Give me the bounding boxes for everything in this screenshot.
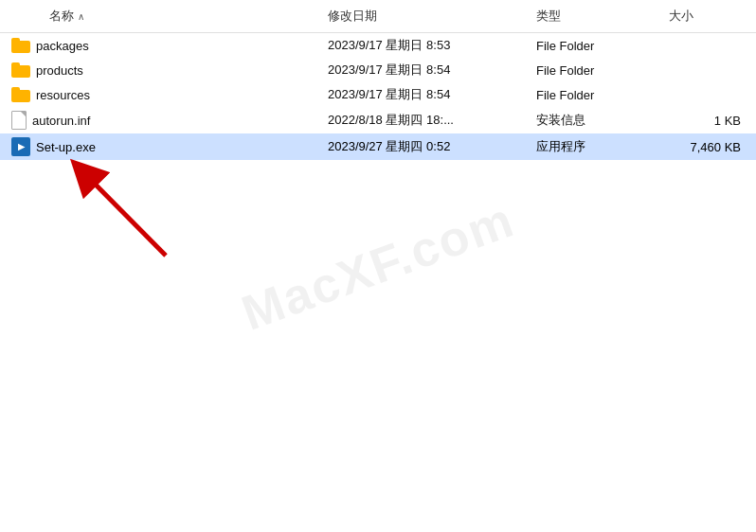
file-type: File Folder bbox=[529, 61, 661, 80]
file-name-cell: products bbox=[0, 60, 320, 80]
file-size: 1 KB bbox=[661, 111, 756, 131]
table-row[interactable]: autorun.inf 2022/8/18 星期四 18:... 安装信息 1 … bbox=[0, 107, 756, 133]
file-name: packages bbox=[36, 39, 89, 53]
file-modified: 2023/9/17 星期日 8:54 bbox=[320, 59, 529, 81]
file-modified: 2023/9/27 星期四 0:52 bbox=[320, 135, 529, 158]
table-header: 名称 ∧ 修改日期 类型 大小 bbox=[0, 0, 756, 33]
file-name: products bbox=[36, 63, 83, 78]
file-modified: 2023/9/17 星期日 8:54 bbox=[320, 83, 529, 106]
table-row[interactable]: resources 2023/9/17 星期日 8:54 File Folder bbox=[0, 82, 756, 107]
file-modified: 2023/9/17 星期日 8:53 bbox=[320, 34, 529, 57]
file-type: 安装信息 bbox=[529, 109, 661, 132]
col-modified[interactable]: 修改日期 bbox=[320, 4, 529, 28]
file-modified: 2022/8/18 星期四 18:... bbox=[320, 109, 529, 132]
table-row[interactable]: packages 2023/9/17 星期日 8:53 File Folder bbox=[0, 33, 756, 58]
folder-icon bbox=[11, 62, 30, 78]
file-size bbox=[661, 43, 756, 48]
sort-arrow-icon: ∧ bbox=[78, 11, 84, 22]
table-row[interactable]: products 2023/9/17 星期日 8:54 File Folder bbox=[0, 58, 756, 82]
file-explorer: 名称 ∧ 修改日期 类型 大小 packages 2023/9/17 星期日 8… bbox=[0, 0, 756, 532]
file-size: 7,460 KB bbox=[661, 137, 756, 157]
file-type: File Folder bbox=[529, 36, 661, 56]
file-type: 应用程序 bbox=[529, 135, 661, 158]
file-name-cell: resources bbox=[0, 84, 320, 105]
file-name-cell: packages bbox=[0, 35, 320, 56]
file-name-cell: autorun.inf bbox=[0, 108, 320, 133]
col-name[interactable]: 名称 ∧ bbox=[11, 4, 320, 28]
folder-icon bbox=[11, 87, 30, 102]
file-icon bbox=[11, 111, 27, 130]
file-name: resources bbox=[36, 88, 90, 102]
file-type: File Folder bbox=[529, 85, 661, 105]
col-size[interactable]: 大小 bbox=[661, 4, 756, 28]
file-size bbox=[661, 67, 756, 73]
file-list: packages 2023/9/17 星期日 8:53 File Folder … bbox=[0, 33, 756, 532]
file-size bbox=[661, 92, 756, 98]
file-name: Set-up.exe bbox=[36, 140, 96, 154]
exe-icon: ▶ bbox=[11, 137, 30, 156]
file-name: autorun.inf bbox=[32, 114, 90, 128]
folder-icon bbox=[11, 38, 30, 53]
table-row[interactable]: ▶ Set-up.exe 2023/9/27 星期四 0:52 应用程序 7,4… bbox=[0, 133, 756, 160]
col-type[interactable]: 类型 bbox=[529, 4, 661, 28]
file-name-cell: ▶ Set-up.exe bbox=[0, 134, 320, 159]
